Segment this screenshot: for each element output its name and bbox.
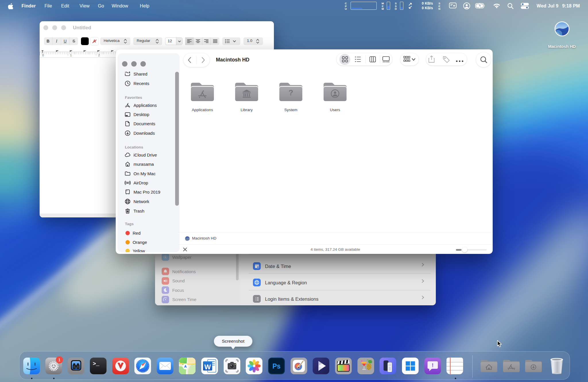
svg-text:W: W	[204, 363, 211, 371]
svg-text:>_: >_	[93, 361, 99, 367]
svg-text:Ps: Ps	[272, 362, 281, 370]
svg-text:1: 1	[58, 357, 61, 362]
svg-text:!: !	[432, 362, 434, 368]
